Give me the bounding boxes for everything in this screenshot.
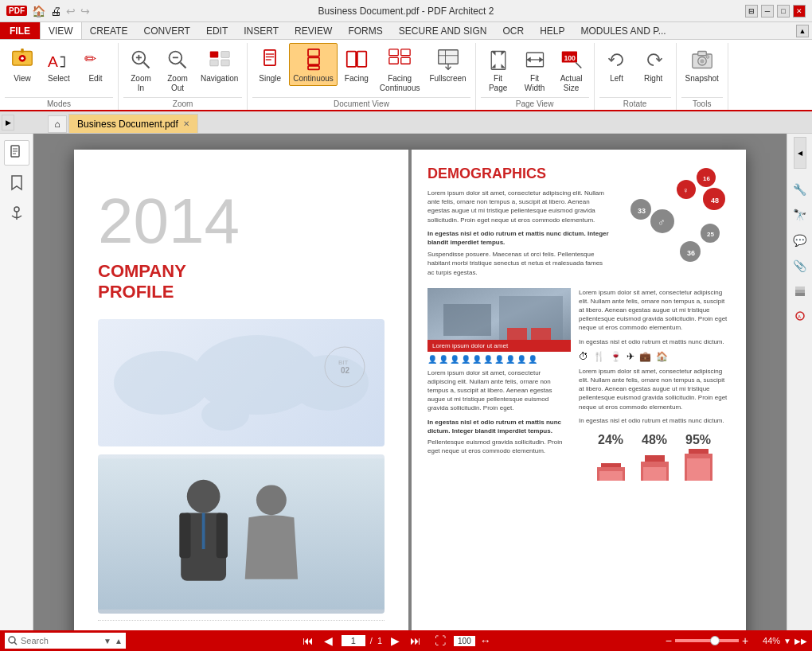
search-input[interactable] xyxy=(21,636,100,645)
actual-size-label: ActualSize xyxy=(560,74,583,93)
right-tool-wrench[interactable]: 🔧 xyxy=(789,178,811,201)
zoom-out-status-btn[interactable]: − xyxy=(666,634,672,647)
toolbar-home-icon[interactable]: 🏠 xyxy=(32,5,45,18)
ribbon-collapse-btn[interactable]: ▲ xyxy=(796,25,809,37)
toolbar-redo-icon[interactable]: ↪ xyxy=(80,5,90,18)
fit-width-status-btn[interactable]: ↔ xyxy=(480,634,491,647)
stat-95: 95% xyxy=(685,433,712,485)
zoom-out-icon xyxy=(165,47,190,72)
actual-size-btn[interactable]: 100 ActualSize xyxy=(554,43,589,96)
sidebar-anchor-btn[interactable] xyxy=(4,201,29,226)
doc-area[interactable]: 2014 COMPANY PROFILE xyxy=(33,134,787,630)
toolbar-print-icon[interactable]: 🖨 xyxy=(50,5,61,18)
right-panel-toggle-btn[interactable]: ◀ xyxy=(794,137,806,169)
svg-point-98 xyxy=(9,637,15,643)
fit-page-btn[interactable]: FitPage xyxy=(481,43,516,96)
stat-24: 24% xyxy=(597,433,625,485)
single-btn[interactable]: Single xyxy=(252,43,287,86)
fit-width-label: FitWidth xyxy=(525,74,545,93)
svg-rect-15 xyxy=(209,60,218,66)
tab-expand-btn[interactable]: ▶ xyxy=(2,115,14,131)
svg-line-12 xyxy=(181,63,186,68)
zoom-out-btn[interactable]: ZoomOut xyxy=(160,43,195,96)
zoom-percent-status: 100 xyxy=(454,636,475,646)
svg-text:48: 48 xyxy=(711,197,719,205)
close-btn[interactable]: ✕ xyxy=(793,5,806,18)
home-tab-btn[interactable]: ⌂ xyxy=(48,115,67,133)
menu-view[interactable]: VIEW xyxy=(40,22,82,39)
sidebar-bookmarks-btn[interactable] xyxy=(4,170,29,196)
right-tool-award[interactable]: A xyxy=(789,306,811,328)
menu-convert[interactable]: CONVERT xyxy=(135,22,197,39)
svg-rect-43 xyxy=(697,52,706,56)
search-down-btn[interactable]: ▼ xyxy=(103,637,111,645)
fit-width-btn[interactable]: FitWidth xyxy=(517,43,552,96)
hotel-body-text: Lorem ipsum dolor sit amet, consectetur … xyxy=(427,368,571,413)
zoom-dropdown-btn[interactable]: ▼ xyxy=(783,637,791,645)
tab-close-btn[interactable]: ✕ xyxy=(183,119,189,128)
view-btn[interactable]: View xyxy=(5,43,40,86)
facing-btn[interactable]: Facing xyxy=(339,43,374,86)
menu-forms[interactable]: FORMS xyxy=(340,22,390,39)
left-sidebar xyxy=(0,134,33,630)
svg-rect-17 xyxy=(264,50,275,65)
snapshot-btn[interactable]: Snapshot xyxy=(681,43,723,86)
toolbar-undo-icon[interactable]: ↩ xyxy=(66,5,76,18)
menu-review[interactable]: REVIEW xyxy=(287,22,340,39)
sidebar-pages-btn[interactable] xyxy=(4,140,29,166)
svg-rect-14 xyxy=(221,52,229,58)
zoom-in-status-btn[interactable]: + xyxy=(742,634,748,647)
fullscreen-btn[interactable]: Fullscreen xyxy=(425,43,470,86)
svg-rect-92 xyxy=(687,458,710,481)
menu-edit[interactable]: EDIT xyxy=(198,22,236,39)
svg-point-44 xyxy=(706,56,709,59)
rotate-left-btn[interactable]: Left xyxy=(599,43,634,86)
status-expand-btn[interactable]: ▶▶ xyxy=(794,637,807,645)
document-tab[interactable]: Business Document.pdf ✕ xyxy=(68,114,198,133)
single-label: Single xyxy=(259,74,281,84)
right-tool-binoculars[interactable]: 🔭 xyxy=(789,204,811,226)
modes-group-label: Modes xyxy=(5,97,113,110)
first-page-btn[interactable]: ⏮ xyxy=(300,633,316,649)
zoom-slider[interactable] xyxy=(675,639,739,642)
maximize-btn[interactable]: □ xyxy=(777,5,790,18)
restore-btn[interactable]: ⊟ xyxy=(745,5,758,18)
right-tool-clip[interactable]: 📎 xyxy=(789,255,811,277)
zoom-in-btn[interactable]: ZoomIn xyxy=(123,43,158,96)
right-text-col: Lorem ipsum dolor sit amet, consectetur … xyxy=(579,288,730,485)
prev-page-btn[interactable]: ◀ xyxy=(321,633,337,649)
continuous-btn[interactable]: Continuous xyxy=(289,43,338,86)
right-tool-comment[interactable]: 💬 xyxy=(789,229,811,251)
svg-text:A: A xyxy=(798,314,801,319)
menu-secure[interactable]: SECURE AND SIGN xyxy=(391,22,495,39)
next-page-btn[interactable]: ▶ xyxy=(387,633,403,649)
app-logo: PDF xyxy=(6,6,27,16)
select-btn[interactable]: A Select xyxy=(41,43,76,86)
menu-insert[interactable]: INSERT xyxy=(236,22,287,39)
menu-bar: FILE VIEW CREATE CONVERT EDIT INSERT REV… xyxy=(0,22,812,40)
navigation-btn[interactable]: Navigation xyxy=(197,43,242,86)
fit-icon-status[interactable]: ⛶ xyxy=(435,634,446,647)
menu-help[interactable]: HELP xyxy=(532,22,572,39)
svg-rect-93 xyxy=(795,293,805,296)
page-number[interactable]: 1 xyxy=(342,635,365,646)
svg-rect-24 xyxy=(347,52,356,67)
facing-continuous-btn[interactable]: FacingContinuous xyxy=(376,43,424,96)
menu-ocr[interactable]: OCR xyxy=(494,22,532,39)
last-page-btn[interactable]: ⏭ xyxy=(408,633,424,649)
menu-file[interactable]: FILE xyxy=(0,22,40,39)
minimize-btn[interactable]: ─ xyxy=(761,5,774,18)
snapshot-icon xyxy=(689,47,715,72)
svg-rect-62 xyxy=(217,513,228,558)
edit-btn[interactable]: ✏ Edit xyxy=(78,43,113,86)
fullscreen-label: Fullscreen xyxy=(429,74,466,84)
menu-modules[interactable]: MODULES AND P... xyxy=(572,22,673,39)
snapshot-label: Snapshot xyxy=(685,74,719,84)
svg-point-59 xyxy=(187,480,221,513)
svg-rect-30 xyxy=(438,50,458,64)
right-tool-layers[interactable] xyxy=(789,280,811,302)
menu-create[interactable]: CREATE xyxy=(82,22,136,39)
rotate-right-btn[interactable]: Right xyxy=(636,43,671,86)
continuous-icon xyxy=(301,47,326,72)
search-up-btn[interactable]: ▲ xyxy=(115,637,123,645)
